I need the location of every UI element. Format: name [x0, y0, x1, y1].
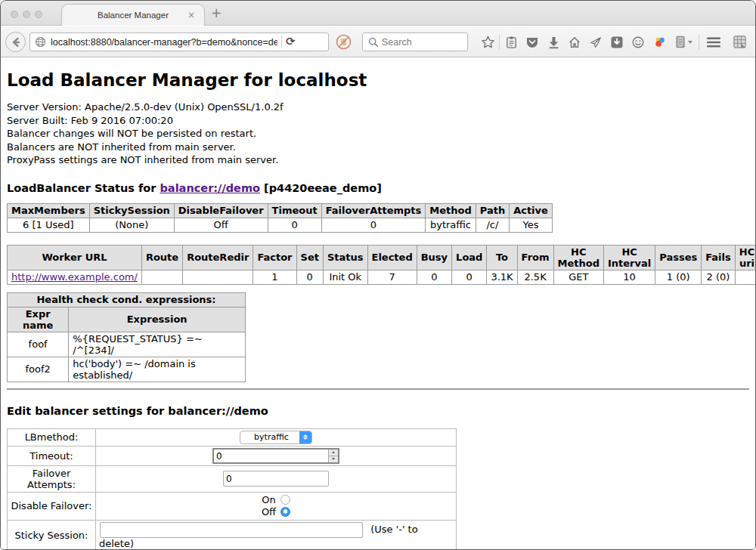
table-cell: 6 [1 Used]	[8, 218, 90, 232]
column-header: DisableFailover	[174, 203, 268, 218]
table-cell	[141, 270, 182, 284]
expr-name-cell: foof	[8, 332, 69, 357]
reload-button[interactable]: ⟳	[286, 36, 296, 48]
table-cell: 1 (0)	[655, 270, 702, 284]
bookmark-star-icon[interactable]	[477, 26, 498, 57]
table-cell: 0	[417, 270, 451, 284]
reading-list-icon[interactable]	[500, 26, 522, 57]
url-bar[interactable]: localhost:8880/balancer-manager?b=demo&n…	[29, 32, 329, 51]
radio-off-label: Off	[262, 506, 276, 518]
balancer-data-row: 6 [1 Used](None)Off00bytraffic/c/Yes	[8, 218, 553, 232]
chevron-down-icon[interactable]	[688, 41, 692, 44]
radio-on[interactable]	[280, 495, 290, 505]
column-header: RouteRedir	[183, 245, 253, 270]
column-header: To	[487, 245, 517, 270]
health-row: foof2 hc('body') =~ /domain is establish…	[8, 357, 246, 382]
column-header: Factor	[253, 245, 296, 270]
expr-value-cell: hc('body') =~ /domain is established/	[69, 357, 246, 382]
page-title: Load Balancer Manager for localhost	[7, 70, 749, 90]
url-text[interactable]: localhost:8880/balancer-manager?b=demo&n…	[51, 37, 277, 48]
new-tab-button[interactable]: +	[211, 5, 222, 20]
send-page-icon[interactable]	[585, 26, 606, 57]
site-identity-globe-icon	[35, 36, 46, 48]
search-placeholder: Search	[382, 37, 412, 48]
home-icon[interactable]	[564, 26, 585, 57]
menu-hamburger-icon[interactable]	[703, 26, 724, 57]
column-header: Status	[323, 245, 367, 270]
column-header: HC uri	[735, 245, 755, 270]
download-icon[interactable]	[543, 26, 564, 57]
text-line: ProxyPass settings are NOT inherited fro…	[7, 153, 749, 167]
zoom-window-button[interactable]	[35, 11, 42, 18]
health-row: foof %{REQUEST_STATUS} =~ /^[234]/	[8, 332, 246, 357]
browser-tab[interactable]: Balancer Manager ×	[61, 4, 205, 26]
expr-value-cell: %{REQUEST_STATUS} =~ /^[234]/	[69, 332, 246, 357]
back-arrow-icon	[10, 36, 22, 48]
timeout-label: Timeout:	[8, 446, 96, 465]
table-cell: 0	[452, 270, 487, 284]
column-header: Load	[452, 245, 487, 270]
navigation-toolbar: localhost:8880/balancer-manager?b=demo&n…	[1, 26, 755, 57]
column-header: Worker URL	[8, 245, 142, 270]
page-content: Load Balancer Manager for localhost Serv…	[1, 58, 755, 549]
health-col-expr: Expression	[69, 307, 246, 332]
table-cell	[735, 270, 755, 284]
column-header: StickySession	[89, 203, 174, 218]
screenshot-grid-icon[interactable]	[729, 26, 750, 57]
balancer-demo-link[interactable]: balancer://demo	[160, 182, 260, 194]
select-stepper-icon	[299, 431, 311, 444]
text-line: Balancer changes will NOT be persisted o…	[7, 127, 749, 141]
table-cell: bytraffic	[426, 218, 476, 232]
table-cell: 1	[253, 270, 296, 284]
save-to-device-icon[interactable]	[606, 26, 627, 57]
column-header: Fails	[702, 245, 736, 270]
server-info: Server Version: Apache/2.5.0-dev (Unix) …	[7, 100, 749, 167]
radio-off[interactable]	[280, 507, 290, 517]
browser-window: Balancer Manager × + localhost:8880/bala…	[0, 0, 756, 550]
worker-data-row: http://www.example.com/ 10Init Ok7003.1K…	[8, 270, 756, 284]
failover-attempts-input[interactable]	[223, 471, 329, 487]
disable-failover-label: Disable Failover:	[8, 492, 96, 520]
search-bar[interactable]: Search	[362, 32, 468, 51]
table-cell: 0	[268, 218, 321, 232]
column-header: Set	[296, 245, 323, 270]
health-table-title: Health check cond. expressions:	[8, 292, 246, 307]
lbmethod-select[interactable]: bytraffic	[240, 431, 312, 444]
timeout-input[interactable]: 0	[212, 448, 339, 464]
column-header: Method	[426, 203, 476, 218]
sticky-session-input[interactable]	[100, 522, 363, 538]
expr-name-cell: foof2	[8, 357, 69, 382]
column-header: Route	[141, 245, 182, 270]
text-line: Server Built: Feb 9 2016 07:00:20	[7, 114, 749, 128]
table-cell: 2 (0)	[702, 270, 736, 284]
column-header: HC Interval	[603, 245, 655, 270]
table-cell: GET	[553, 270, 603, 284]
close-window-button[interactable]	[11, 11, 18, 18]
urlbar-divider	[281, 36, 282, 48]
pocket-icon[interactable]	[522, 26, 543, 57]
column-header: FailoverAttempts	[321, 203, 426, 218]
column-header: HC Method	[553, 245, 603, 270]
back-button[interactable]	[5, 32, 26, 52]
column-header: From	[517, 245, 553, 270]
table-cell: (None)	[89, 218, 174, 232]
timeout-value: 0	[214, 450, 328, 462]
column-header: Busy	[417, 245, 451, 270]
table-cell: 7	[367, 270, 417, 284]
tab-title: Balancer Manager	[98, 11, 169, 20]
number-spinner-icon[interactable]	[328, 450, 338, 462]
feedback-smiley-icon[interactable]	[627, 26, 649, 57]
close-tab-icon[interactable]: ×	[187, 10, 195, 20]
column-header: Passes	[655, 245, 702, 270]
text-line: Balancers are NOT inherited from main se…	[7, 141, 749, 154]
worker-url-link[interactable]: http://www.example.com/	[11, 271, 138, 283]
toolbar-icons	[477, 26, 750, 57]
table-cell: Yes	[510, 218, 553, 232]
worker-url-cell: http://www.example.com/	[8, 270, 142, 284]
minimize-window-button[interactable]	[23, 11, 30, 18]
status-heading-prefix: LoadBalancer Status for	[7, 182, 160, 194]
table-cell: 10	[603, 270, 655, 284]
table-cell: 2.5K	[517, 270, 553, 284]
content-blocked-icon[interactable]	[336, 34, 352, 50]
colored-dots-extension-icon[interactable]	[649, 26, 670, 57]
